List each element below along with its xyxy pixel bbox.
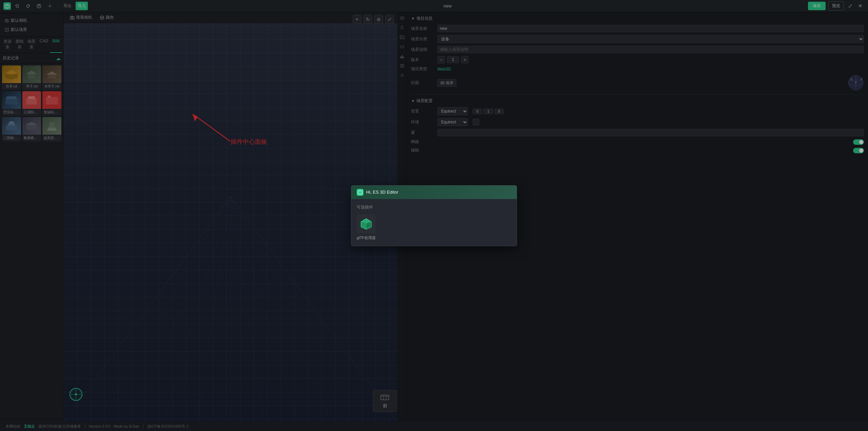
modal-overlay[interactable]: Hi, ES 3D Editor 可选插件 [0,0,868,431]
footer-version: Version 0.9.0 · Made by ErSan [89,424,139,428]
modal-header: Hi, ES 3D Editor [351,185,517,199]
plugin-center-modal: Hi, ES 3D Editor 可选插件 [351,185,517,246]
modal-logo-icon [357,189,363,196]
modal-title: Hi, ES 3D Editor [366,190,398,195]
footer-icp: 滇ICP备2022001592号-1 [147,424,189,429]
plugin-icon [357,214,376,233]
svg-marker-88 [358,190,362,195]
plugin-grid: gITF处理器 [357,214,511,240]
modal-section-label: 可选插件 [357,204,511,210]
modal-body: 可选插件 gITF处理器 [351,199,517,246]
footer-cdn: 又拍云 [24,424,35,429]
footer-cdn-sub: 提供CDN加速/云存储服务 [38,424,81,429]
plugin-item-gltf[interactable]: gITF处理器 [357,214,376,240]
footer-website: 本网站由 [5,424,20,429]
global-footer: 本网站由 又拍云 提供CDN加速/云存储服务 | Version 0.9.0 ·… [0,422,868,431]
plugin-name: gITF处理器 [357,235,376,240]
